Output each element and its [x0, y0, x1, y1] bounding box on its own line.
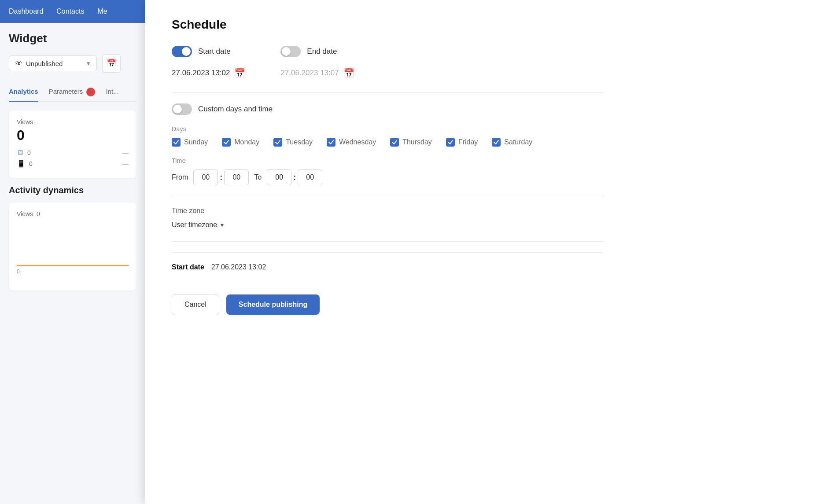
time-to-minute[interactable] [298, 169, 322, 185]
tuesday-label: Tuesday [286, 138, 313, 146]
sunday-label: Sunday [184, 138, 208, 146]
start-date-toggle[interactable] [172, 46, 192, 57]
custom-days-label: Custom days and time [198, 105, 273, 114]
summary-section: Start date 27.06.2023 13:02 [172, 252, 603, 282]
custom-days-toggle[interactable] [172, 103, 192, 115]
to-label: To [254, 173, 262, 181]
nav-item-contacts[interactable]: Contacts [56, 7, 84, 15]
timezone-value: User timezone [172, 221, 217, 229]
end-date-group: End date 27.06.2023 13:07 📅 [280, 46, 354, 78]
divider-1 [172, 92, 603, 93]
end-date-value: 27.06.2023 13:07 📅 [280, 68, 354, 78]
day-sunday[interactable]: Sunday [172, 138, 208, 147]
day-friday[interactable]: Friday [446, 138, 478, 147]
time-from-minute[interactable] [224, 169, 249, 185]
saturday-checkbox[interactable] [492, 138, 501, 147]
monday-label: Monday [234, 138, 259, 146]
tab-analytics[interactable]: Analytics [9, 83, 38, 101]
time-to-field: : [267, 169, 322, 185]
timezone-select[interactable]: User timezone ▾ [172, 219, 603, 231]
summary-start-label: Start date [172, 263, 204, 271]
dates-row: Start date 27.06.2023 13:02 📅 End date [172, 46, 603, 78]
start-date-label: Start date [198, 47, 231, 56]
timezone-section: Time zone User timezone ▾ [172, 207, 603, 231]
chart-zero-label: 0 [17, 269, 20, 275]
schedule-publishing-button[interactable]: Schedule publishing [226, 294, 320, 315]
time-from-hour[interactable] [193, 169, 218, 185]
mobile-icon: 📱 [17, 159, 26, 168]
views-card: Views 0 🖥 0 — 📱 0 — [9, 110, 136, 178]
day-monday[interactable]: Monday [222, 138, 259, 147]
end-date-calendar-icon[interactable]: 📅 [343, 68, 354, 78]
start-date-value: 27.06.2023 13:02 📅 [172, 68, 245, 78]
desktop-count: 0 [27, 149, 31, 156]
top-navigation: Dashboard Contacts Me [0, 0, 145, 23]
status-dropdown[interactable]: 👁 Unpublished ▾ [9, 55, 97, 71]
time-to-hour[interactable] [267, 169, 291, 185]
mobile-count: 0 [29, 160, 33, 167]
timezone-chevron-icon: ▾ [221, 221, 224, 228]
days-section-label: Days [172, 125, 603, 132]
cancel-button[interactable]: Cancel [172, 294, 219, 315]
wednesday-checkbox[interactable] [327, 138, 335, 147]
day-tuesday[interactable]: Tuesday [273, 138, 313, 147]
timezone-label: Time zone [172, 207, 603, 215]
divider-3 [172, 241, 603, 242]
friday-label: Friday [458, 138, 478, 146]
from-label: From [172, 173, 188, 181]
tab-parameters[interactable]: Parameters ! [49, 83, 96, 101]
monday-checkbox[interactable] [222, 138, 231, 147]
from-colon: : [220, 173, 222, 182]
tuesday-checkbox[interactable] [273, 138, 282, 147]
thursday-checkbox[interactable] [390, 138, 399, 147]
time-section-label: Time [172, 157, 603, 164]
activity-title: Activity dynamics [9, 185, 136, 195]
sunday-checkbox[interactable] [172, 138, 181, 147]
chart-views-value: 0 [37, 210, 40, 217]
start-date-calendar-icon[interactable]: 📅 [234, 68, 245, 78]
start-date-group: Start date 27.06.2023 13:02 📅 [172, 46, 245, 78]
desktop-icon: 🖥 [17, 149, 24, 157]
chart-views-label: Views [17, 210, 33, 217]
mobile-dash: — [122, 160, 129, 167]
tab-integrations[interactable]: Int... [106, 83, 118, 101]
tab-bar: Analytics Parameters ! Int... [9, 83, 136, 102]
buttons-row: Cancel Schedule publishing [172, 294, 603, 333]
wednesday-label: Wednesday [339, 138, 376, 146]
days-row: Sunday Monday Tuesday Wednesday [172, 138, 603, 147]
time-row: From : To : [172, 169, 603, 185]
views-label: Views [17, 118, 129, 125]
friday-checkbox[interactable] [446, 138, 455, 147]
day-saturday[interactable]: Saturday [492, 138, 532, 147]
schedule-modal: Schedule Start date 27.06.2023 13:02 📅 [145, 0, 822, 504]
end-date-toggle[interactable] [280, 46, 301, 57]
background-app: Dashboard Contacts Me Widget 👁 Unpublish… [0, 0, 145, 504]
divider-2 [172, 196, 603, 196]
end-date-label: End date [307, 47, 337, 56]
activity-chart: Views 0 0 [9, 202, 136, 291]
status-dropdown-value: Unpublished [26, 60, 63, 67]
parameters-badge: ! [86, 88, 95, 96]
saturday-label: Saturday [504, 138, 532, 146]
calendar-button[interactable]: 📅 [102, 54, 121, 73]
views-value: 0 [17, 127, 129, 143]
chart-line [17, 265, 129, 266]
page-title: Widget [9, 32, 136, 45]
summary-start-value: 27.06.2023 13:02 [211, 263, 266, 271]
modal-title: Schedule [172, 18, 603, 32]
desktop-dash: — [122, 149, 129, 156]
day-thursday[interactable]: Thursday [390, 138, 432, 147]
thursday-label: Thursday [402, 138, 432, 146]
time-from-field: : [193, 169, 249, 185]
day-wednesday[interactable]: Wednesday [327, 138, 376, 147]
nav-item-dashboard[interactable]: Dashboard [9, 7, 43, 15]
nav-item-me[interactable]: Me [97, 7, 107, 15]
to-colon: : [293, 173, 296, 182]
